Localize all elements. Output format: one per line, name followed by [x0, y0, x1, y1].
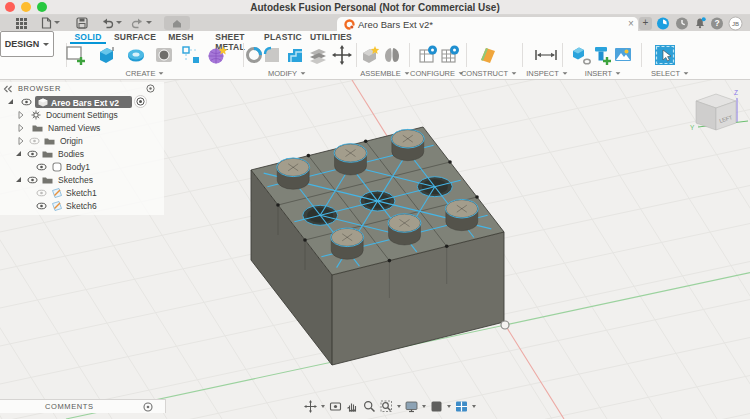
form-button[interactable]	[205, 42, 229, 68]
browser-row-bodies[interactable]: Bodies	[0, 148, 164, 160]
fillet-button[interactable]	[260, 42, 284, 68]
profile-avatar[interactable]: JB	[728, 16, 742, 30]
orbit-button[interactable]	[303, 400, 318, 413]
construction-plane-button[interactable]	[476, 42, 500, 68]
undo-caret-icon[interactable]	[116, 21, 122, 24]
shell-button[interactable]	[283, 42, 307, 68]
notifications-bell-icon[interactable]	[693, 16, 707, 30]
job-status-icon[interactable]	[656, 16, 670, 30]
canvas-button[interactable]	[611, 42, 635, 68]
document-tab[interactable]: Areo Bars Ext v2* ×	[337, 17, 638, 31]
tab-plastic[interactable]: PLASTIC	[262, 32, 304, 42]
group-construct[interactable]: CONSTRUCT	[454, 68, 524, 78]
visibility-eye-icon[interactable]	[21, 98, 32, 106]
browser-row-document-settings[interactable]: Document Settings	[0, 109, 164, 121]
orbit-caret-icon[interactable]	[321, 405, 325, 408]
fit-button[interactable]	[379, 400, 394, 413]
select-button[interactable]	[653, 42, 677, 68]
joint-button[interactable]	[380, 42, 404, 68]
browser-panel: BROWSER Areo Bars Ext v2 Document Settin…	[0, 82, 164, 215]
expand-arrow-icon[interactable]	[16, 151, 21, 156]
tab-surface[interactable]: SURFACE	[112, 32, 158, 42]
visibility-eye-icon[interactable]	[27, 150, 38, 158]
recent-data-icon[interactable]	[675, 16, 689, 30]
undo-button[interactable]	[100, 17, 114, 29]
tab-mesh[interactable]: MESH	[166, 32, 196, 42]
browser-filter-icon[interactable]	[146, 84, 155, 93]
extrude-button[interactable]	[94, 42, 118, 68]
workspace-caret-icon	[43, 43, 49, 46]
look-at-button[interactable]	[328, 400, 343, 413]
browser-row-sketch1[interactable]: Sketch1	[0, 187, 164, 199]
workspace-selector[interactable]: DESIGN	[0, 31, 54, 57]
viewports-button[interactable]	[454, 400, 469, 413]
save-button[interactable]	[75, 17, 89, 29]
group-inspect[interactable]: INSPECT	[517, 68, 577, 78]
configuration-button[interactable]	[416, 42, 440, 68]
group-insert[interactable]: INSERT	[573, 68, 633, 78]
split-body-button[interactable]	[306, 42, 330, 68]
visibility-eye-off-icon[interactable]	[36, 189, 47, 197]
revolve-button[interactable]	[124, 42, 148, 68]
redo-caret-icon[interactable]	[146, 21, 152, 24]
pattern-button[interactable]	[179, 42, 203, 68]
file-menu-icon[interactable]	[39, 17, 53, 29]
tab-solid[interactable]: SOLID	[70, 32, 106, 42]
tab-bar: Areo Bars Ext v2* × + ? JB	[0, 15, 750, 31]
expand-arrow-icon[interactable]	[16, 177, 21, 182]
collapse-panel-icon[interactable]	[3, 85, 13, 93]
zoom-button[interactable]	[362, 400, 377, 413]
group-select[interactable]: SELECT	[640, 68, 700, 78]
tab-utilities[interactable]: UTILITIES	[310, 32, 352, 42]
grid-and-snaps-caret-icon[interactable]	[447, 405, 451, 408]
model-body[interactable]	[251, 127, 504, 365]
insert-derive-button[interactable]	[568, 42, 592, 68]
redo-button[interactable]	[130, 17, 144, 29]
view-cube[interactable]: LEFT Z Y	[690, 89, 748, 131]
help-icon[interactable]: ?	[710, 16, 724, 30]
expand-arrow-icon[interactable]	[8, 99, 13, 104]
group-create[interactable]: CREATE	[115, 68, 175, 78]
hole-button[interactable]	[152, 42, 176, 68]
file-menu-caret-icon[interactable]	[54, 21, 60, 24]
grid-and-snaps-button[interactable]	[429, 400, 444, 413]
new-tab-button[interactable]: +	[639, 17, 652, 30]
browser-row-sketches[interactable]: Sketches	[0, 174, 164, 186]
measure-button[interactable]	[533, 42, 557, 68]
browser-row-body1[interactable]: Body1	[0, 161, 164, 173]
move-button[interactable]	[330, 42, 354, 68]
home-view-button[interactable]	[164, 16, 190, 30]
folder-icon	[42, 150, 53, 158]
close-tab-icon[interactable]: ×	[625, 18, 637, 29]
create-sketch-button[interactable]	[63, 42, 87, 68]
visibility-eye-icon[interactable]	[36, 202, 47, 210]
origin-point[interactable]	[501, 321, 509, 329]
browser-row-sketch6[interactable]: Sketch6	[0, 200, 164, 212]
sketch-icon	[52, 201, 62, 211]
collapsed-arrow-icon[interactable]	[18, 124, 24, 132]
browser-row-origin[interactable]: Origin	[0, 135, 164, 147]
configuration-table-button[interactable]	[438, 42, 462, 68]
comments-settings-icon[interactable]	[143, 402, 153, 412]
fit-caret-icon[interactable]	[397, 405, 401, 408]
activate-component-radio[interactable]	[134, 95, 147, 108]
display-settings-button[interactable]	[404, 400, 419, 413]
visibility-eye-off-icon[interactable]	[29, 137, 40, 145]
document-tab-title: Areo Bars Ext v2*	[358, 19, 433, 30]
collapsed-arrow-icon[interactable]	[18, 137, 24, 145]
body-icon	[52, 162, 62, 172]
browser-row-named-views[interactable]: Named Views	[0, 122, 164, 134]
browser-row-component[interactable]: Areo Bars Ext v2	[0, 96, 164, 108]
group-modify[interactable]: MODIFY	[257, 68, 317, 78]
collapsed-arrow-icon[interactable]	[18, 111, 24, 119]
folder-icon	[44, 137, 55, 145]
pan-button[interactable]	[345, 400, 360, 413]
viewports-caret-icon[interactable]	[472, 405, 476, 408]
display-settings-caret-icon[interactable]	[422, 405, 426, 408]
tab-sheet-metal[interactable]: SHEET METAL	[202, 32, 258, 42]
new-component-button[interactable]	[358, 42, 382, 68]
comments-bar[interactable]: COMMENTS	[0, 399, 166, 413]
visibility-eye-icon[interactable]	[27, 176, 38, 184]
app-grid-icon[interactable]	[14, 17, 28, 29]
visibility-eye-icon[interactable]	[36, 163, 47, 171]
